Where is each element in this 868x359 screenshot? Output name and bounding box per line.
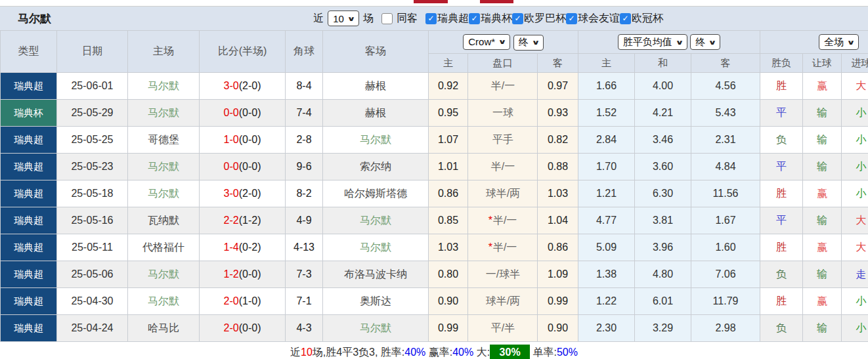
league-checkbox[interactable]: [512, 13, 523, 24]
cell-ah-line: 半/一: [468, 73, 538, 100]
cell-result-wdl: 平: [760, 100, 803, 127]
cell-avg-away: 4.84: [691, 154, 760, 180]
league-checkbox[interactable]: [566, 13, 577, 24]
cell-league-badge: 瑞典超: [1, 288, 57, 315]
cell-result-goals: 小: [842, 288, 868, 315]
halftime-score: (2-0): [239, 80, 261, 91]
cell-result-goals: 大: [842, 234, 868, 261]
cell-away-team: 索尔纳: [323, 154, 429, 180]
cell-league-badge: 瑞典超: [1, 234, 57, 261]
cell-away-team: 赫根: [323, 73, 429, 100]
period-value: 全场: [824, 36, 844, 49]
cell-score: 1-0(0-0): [200, 127, 286, 154]
summary-segment: 50%: [557, 347, 578, 358]
away-team-name: 马尔默: [360, 322, 391, 333]
cell-league-badge: 瑞典超: [1, 154, 57, 180]
ah-line-text: 半/一: [491, 161, 515, 172]
odds-type-value: 胜平负均值: [623, 36, 672, 49]
league-filter-item[interactable]: 欧冠杯: [620, 12, 663, 26]
cell-date: 25-05-18: [57, 180, 128, 207]
league-checkbox-label[interactable]: 欧罗巴杯: [524, 12, 566, 26]
cell-avg-away: 11.79: [691, 288, 760, 315]
table-row: 瑞典超 25-05-18 马尔默 3-0(2-0) 8-2 哈尔姆斯塔德 0.8…: [1, 180, 868, 207]
league-checkbox-label[interactable]: 瑞典超: [437, 12, 469, 26]
league-filter-item[interactable]: 瑞典杯: [469, 12, 512, 26]
cell-league-badge: 瑞典超: [1, 261, 57, 288]
live-star-icon: *: [488, 215, 492, 226]
period-select[interactable]: 全场 ∨: [819, 34, 859, 50]
same-venue-label[interactable]: 同客: [397, 12, 418, 26]
col-header-corner: 角球: [286, 31, 323, 73]
league-checkbox[interactable]: [620, 13, 631, 24]
sub-header-ah-line: 盘口: [468, 54, 538, 73]
cell-result-goals: 小: [842, 100, 868, 127]
cell-result-wdl: 负: [760, 127, 803, 154]
table-row: 瑞典超 25-05-06 马尔默 1-2(0-0) 7-3 布洛马波卡纳 0.8…: [1, 261, 868, 288]
odds-time-value: 终: [695, 36, 705, 49]
cell-result-wdl: 胜: [760, 288, 803, 315]
cell-result-wdl: 平: [760, 154, 803, 180]
sub-header-result: 胜负: [760, 54, 803, 73]
cell-ah-home-odds: 1.01: [429, 154, 468, 180]
fulltime-score: 2-0: [224, 322, 239, 333]
cell-score: 1-4(0-2): [200, 234, 286, 261]
halftime-score: (0-2): [239, 242, 261, 253]
cell-avg-away: 11.56: [691, 180, 760, 207]
matches-label: 场: [363, 12, 374, 26]
league-checkbox-label[interactable]: 球会友谊: [578, 12, 620, 26]
away-team-name: 马尔默: [360, 134, 391, 145]
league-checkbox[interactable]: [469, 13, 480, 24]
halftime-score: (0-0): [239, 268, 261, 280]
cell-corners: 7-4: [286, 100, 323, 127]
league-checkbox-label[interactable]: 瑞典杯: [481, 12, 512, 26]
halftime-score: (2-0): [239, 188, 261, 199]
cell-away-team: 马尔默: [323, 315, 429, 342]
cell-result-handicap: 赢: [803, 234, 842, 261]
cell-result-handicap: 赢: [803, 73, 842, 100]
sub-header-avg-away: 客: [691, 54, 760, 73]
cell-avg-draw: 3.81: [635, 207, 691, 234]
odds-group-header: 胜平负均值 ∨ 终 ∨: [578, 31, 760, 54]
cell-home-team: 马尔默: [128, 261, 200, 288]
away-team-name: 索尔纳: [360, 161, 391, 172]
cell-home-team: 哥德堡: [128, 127, 200, 154]
league-checkbox-label[interactable]: 欧冠杯: [632, 12, 663, 26]
cell-result-wdl: 胜: [760, 73, 803, 100]
league-checkbox[interactable]: [425, 13, 437, 24]
summary-segment: 胜率:: [381, 346, 404, 359]
league-filter-item[interactable]: 欧罗巴杯: [512, 12, 566, 26]
cell-away-team: 哈尔姆斯塔德: [323, 180, 429, 207]
recent-count-select[interactable]: 10 ∨: [328, 11, 359, 26]
cell-ah-line: 球半/两: [468, 288, 538, 315]
filter-bar: 近 10 ∨ 场 同客 瑞典超瑞典杯欧罗巴杯球会友谊欧冠杯: [313, 7, 663, 30]
cell-result-handicap: 赢: [803, 288, 842, 315]
cell-avg-away: 2.31: [691, 127, 760, 154]
league-filter-item[interactable]: 球会友谊: [566, 12, 620, 26]
away-team-name: 马尔默: [360, 215, 391, 226]
cell-avg-home: 2.84: [578, 127, 635, 154]
sub-header-avg-home: 主: [578, 54, 635, 73]
league-filter-item[interactable]: 瑞典超: [425, 12, 469, 26]
cell-away-team: 赫根: [323, 100, 429, 127]
fulltime-score: 1-4: [224, 242, 239, 253]
cell-result-wdl: 平: [760, 207, 803, 234]
handicap-group-header: Crow* ∨ 终 ∨: [429, 31, 578, 54]
handicap-time-select[interactable]: 终 ∨: [513, 35, 544, 51]
cell-result-goals: 大: [842, 73, 868, 100]
same-venue-checkbox[interactable]: [381, 13, 393, 24]
halftime-score: (1-0): [239, 295, 261, 306]
table-row: 瑞典超 25-05-11 代格福什 1-4(0-2) 4-13 马尔默 1.03…: [1, 234, 868, 261]
cell-score: 3-0(2-0): [200, 73, 286, 100]
bookmaker-value: Crow*: [468, 36, 495, 47]
bookmaker-select[interactable]: Crow* ∨: [463, 34, 510, 50]
table-row: 瑞典杯 25-05-29 马尔默 0-0(0-0) 7-4 赫根 0.95 一球…: [1, 100, 868, 127]
fulltime-score: 1-2: [224, 268, 239, 280]
odds-time-select[interactable]: 终 ∨: [690, 34, 720, 50]
cell-league-badge: 瑞典超: [1, 73, 57, 100]
cell-corners: 8-4: [286, 73, 323, 100]
summary-segment: 大:: [473, 346, 490, 359]
cell-ah-home-odds: 0.92: [429, 73, 468, 100]
away-team-name: 赫根: [365, 107, 386, 118]
cell-score: 2-0(1-0): [200, 288, 286, 315]
odds-type-select[interactable]: 胜平负均值 ∨: [618, 34, 687, 50]
